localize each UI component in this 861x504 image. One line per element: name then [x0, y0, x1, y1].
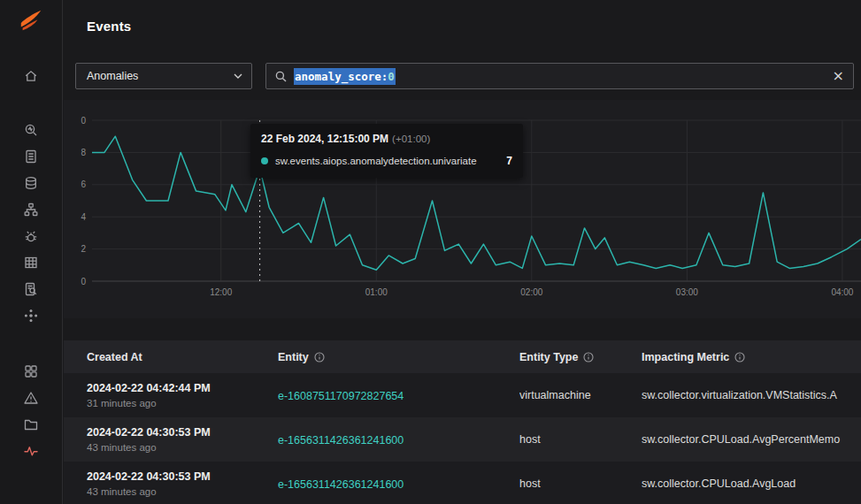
filter-row: Anomalies anomaly_score:0 × [75, 63, 854, 89]
dashboard-tiles-icon [23, 363, 39, 379]
chart-tooltip: 22 Feb 2024, 12:15:00 PM(+01:00) sw.even… [250, 124, 523, 178]
sidebar-item-home[interactable] [23, 68, 39, 84]
document-search-icon [23, 281, 39, 297]
info-icon[interactable] [583, 352, 594, 363]
created-at: 2024-02-22 04:42:44 PM [87, 382, 278, 394]
created-at: 2024-02-22 04:30:53 PM [87, 426, 278, 439]
info-icon[interactable] [314, 352, 325, 363]
search-chart-icon [23, 122, 39, 138]
relative-time: 31 minutes ago [87, 398, 278, 409]
tooltip-timezone: (+01:00) [392, 134, 430, 144]
sidebar-item-cluster[interactable] [23, 308, 39, 324]
sidebar-item-projects[interactable] [23, 416, 39, 432]
column-header-impacting-metric: Impacting Metric [642, 351, 861, 363]
tooltip-series-name: sw.events.aiops.anomalydetection.univari… [275, 156, 477, 166]
search-input[interactable]: anomaly_score:0 × [265, 63, 854, 89]
svg-text:6: 6 [81, 179, 86, 189]
clear-search-icon[interactable]: × [833, 69, 844, 83]
table-row[interactable]: 2024-02-22 04:30:53 PM43 minutes ago e-1… [64, 417, 861, 462]
svg-text:8: 8 [81, 148, 86, 157]
tooltip-timestamp: 22 Feb 2024, 12:15:00 PM(+01:00) [261, 133, 512, 145]
chevron-down-icon [234, 73, 242, 79]
entity-type: virtualmachine [519, 389, 642, 401]
search-query-text: anomaly_score:0 [294, 70, 396, 83]
svg-text:2: 2 [81, 244, 86, 254]
column-header-entity-type: Entity Type [519, 351, 642, 363]
svg-text:04:00: 04:00 [831, 287, 853, 297]
table-grid-icon [23, 255, 39, 271]
sidebar-item-entities[interactable] [23, 255, 39, 271]
sidebar-item-alerts[interactable] [23, 390, 39, 406]
sidebar-item-databases[interactable] [23, 175, 39, 191]
home-icon [23, 68, 39, 84]
svg-text:12:00: 12:00 [210, 287, 232, 297]
sitemap-icon [23, 202, 39, 218]
pulse-activity-icon [23, 443, 39, 459]
bug-icon [23, 228, 39, 244]
relative-time: 43 minutes ago [87, 486, 278, 497]
sidebar-item-apm[interactable] [23, 228, 39, 244]
sidebar-item-log-search[interactable] [23, 281, 39, 297]
column-header-created-at: Created At [87, 351, 278, 363]
svg-text:01:00: 01:00 [365, 287, 388, 297]
document-lines-icon [23, 149, 39, 164]
svg-text:4: 4 [81, 212, 86, 222]
entity-link[interactable]: e-1656311426361241600 [278, 434, 404, 447]
cluster-dots-icon [23, 308, 39, 324]
sidebar-item-explore[interactable] [23, 122, 39, 138]
svg-text:03:00: 03:00 [676, 287, 698, 297]
impacting-metric: sw.collector.CPULoad.AvgPercentMemo [642, 433, 861, 446]
sidebar-item-network[interactable] [23, 202, 39, 218]
svg-text:02:00: 02:00 [520, 287, 542, 297]
entity-link[interactable]: e-1656311426361241600 [278, 478, 404, 491]
event-type-dropdown[interactable]: Anomalies [75, 63, 252, 89]
svg-text:0: 0 [81, 116, 86, 126]
series-dot-icon [261, 157, 268, 164]
sidebar-item-dashboards[interactable] [23, 363, 39, 379]
anomaly-chart-panel: 02468012:0001:0002:0003:0004:00 22 Feb 2… [64, 100, 861, 318]
alert-triangle-icon [23, 390, 39, 406]
sidebar-item-events[interactable] [23, 443, 39, 459]
page-title: Events [87, 19, 131, 34]
sidebar-item-logs[interactable] [23, 149, 39, 164]
created-at: 2024-02-22 04:30:53 PM [87, 470, 278, 483]
info-icon[interactable] [734, 352, 745, 363]
entity-link[interactable]: e-1608751170972827654 [278, 390, 404, 402]
table-header-row: Created At Entity Entity Type Impacting … [64, 340, 861, 373]
sidebar [0, 0, 63, 504]
search-icon [275, 71, 287, 82]
entity-type: host [519, 477, 642, 490]
event-type-dropdown-value: Anomalies [87, 70, 234, 82]
relative-time: 43 minutes ago [87, 442, 278, 453]
tooltip-series-value: 7 [494, 155, 512, 167]
column-header-entity: Entity [278, 351, 519, 363]
database-icon [23, 175, 39, 191]
table-row[interactable]: 2024-02-22 04:30:53 PM43 minutes ago e-1… [64, 462, 861, 504]
entity-type: host [519, 433, 642, 446]
solarwinds-logo-icon[interactable] [18, 8, 44, 34]
folder-icon [23, 416, 39, 432]
events-table: Created At Entity Entity Type Impacting … [64, 340, 861, 504]
impacting-metric: sw.collector.CPULoad.AvgLoad [642, 477, 861, 490]
svg-text:0: 0 [81, 277, 86, 286]
main-content: Events Anomalies anomaly_score:0 × 02468… [64, 0, 861, 504]
impacting-metric: sw.collector.virtualization.VMStatistics… [642, 389, 861, 401]
table-row[interactable]: 2024-02-22 04:42:44 PM31 minutes ago e-1… [64, 373, 861, 417]
